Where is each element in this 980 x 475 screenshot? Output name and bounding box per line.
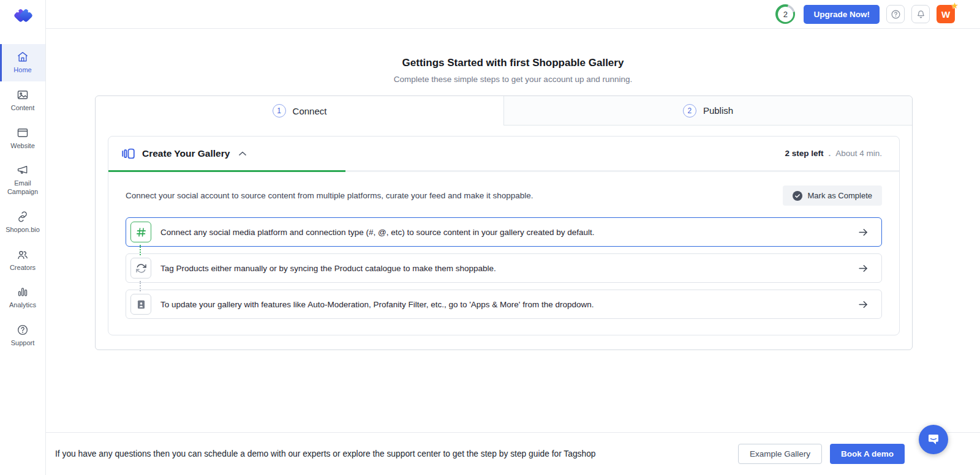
sidebar-item-creators[interactable]: Creators: [0, 242, 45, 279]
chevron-up-icon[interactable]: [236, 148, 249, 160]
topbar: 2 Upgrade Now! W ★: [46, 0, 980, 29]
step-icon-box: [130, 258, 151, 279]
step-text: Tag Products either manually or by synci…: [160, 264, 848, 273]
steps-left-text: 2 step left: [785, 149, 823, 158]
step-row-apps-and-more[interactable]: To update your gallery with features lik…: [126, 290, 882, 319]
sync-icon: [135, 263, 147, 274]
heart-tag-logo-icon: [10, 4, 36, 30]
sidebar-item-support[interactable]: Support: [0, 317, 45, 354]
sidebar-item-label: Shopon.bio: [6, 226, 40, 234]
check-circle-icon: [793, 191, 802, 201]
step-tabs: 1 Connect 2 Publish: [96, 96, 912, 125]
step-icon-box: [130, 222, 151, 242]
footer: If you have any questions then you can s…: [46, 432, 980, 475]
bar-chart-icon: [17, 286, 29, 298]
link-icon: [17, 211, 29, 223]
step-text: Connect any social media platform and co…: [160, 228, 848, 237]
card-body: Connect your social account to source co…: [108, 172, 899, 335]
step-connector-green: [140, 245, 141, 255]
browser-icon: [17, 127, 29, 139]
footer-help-text: If you have any questions then you can s…: [55, 449, 738, 458]
step-text: To update your gallery with features lik…: [160, 300, 848, 309]
book-a-demo-button[interactable]: Book A demo: [830, 444, 905, 464]
sidebar-item-label: Home: [13, 66, 31, 75]
sidebar-item-analytics[interactable]: Analytics: [0, 279, 45, 316]
home-icon: [17, 51, 29, 63]
step-row-tag-products[interactable]: Tag Products either manually or by synci…: [126, 253, 882, 283]
chat-icon: [925, 432, 941, 447]
sidebar-item-label: Analytics: [9, 301, 36, 310]
arrow-right-icon: [858, 263, 869, 274]
bell-icon: [916, 9, 926, 20]
tab-number: 2: [683, 104, 696, 118]
sidebar-item-content[interactable]: Content: [0, 82, 45, 119]
help-button[interactable]: [886, 5, 905, 23]
tab-publish[interactable]: 2 Publish: [503, 96, 912, 125]
card-description: Connect your social account to source co…: [126, 191, 533, 200]
page-subtitle: Complete these simple steps to get your …: [46, 75, 980, 84]
tab-number: 1: [273, 104, 286, 118]
notifications-button[interactable]: [911, 5, 930, 23]
steps-list: Connect any social media platform and co…: [126, 217, 882, 319]
sidebar-item-shopon-bio[interactable]: Shopon.bio: [0, 204, 45, 241]
user-avatar[interactable]: W ★: [937, 5, 955, 23]
step-icon-box: [130, 294, 151, 315]
progress-count: 2: [783, 10, 788, 19]
megaphone-icon: [17, 164, 29, 176]
create-gallery-card: Create Your Gallery 2 step left . About …: [108, 136, 900, 335]
hashtag-icon: [135, 226, 147, 238]
arrow-right-icon: [858, 299, 869, 310]
tab-label: Publish: [703, 105, 733, 116]
mark-as-complete-label: Mark as Complete: [808, 191, 872, 200]
sidebar-item-label: Email Campaign: [1, 179, 44, 196]
arrow-right-icon: [858, 226, 869, 238]
star-badge-icon: ★: [951, 1, 959, 10]
chat-widget-button[interactable]: [919, 425, 948, 454]
card-header: Create Your Gallery 2 step left . About …: [108, 137, 899, 170]
question-circle-icon: [17, 324, 29, 336]
setup-progress-ring[interactable]: 2: [775, 4, 795, 24]
main-content: Gettings Started with first Shoppable Ga…: [46, 29, 980, 432]
profile-card-icon: [135, 299, 147, 310]
sidebar-nav: Home Content Website Email Campaign: [0, 44, 45, 355]
avatar-initial: W: [941, 9, 950, 20]
dot-separator: .: [828, 149, 831, 158]
sidebar-item-label: Support: [11, 339, 35, 348]
card-title: Create Your Gallery: [142, 148, 230, 159]
sidebar: Home Content Website Email Campaign: [0, 0, 46, 475]
tab-label: Connect: [293, 106, 327, 116]
getting-started-box: 1 Connect 2 Publish Create Your Gallery: [95, 95, 913, 350]
step-row-connect-social[interactable]: Connect any social media platform and co…: [126, 217, 882, 247]
sidebar-item-label: Website: [10, 142, 35, 151]
people-icon: [17, 249, 29, 261]
mark-as-complete-button[interactable]: Mark as Complete: [783, 185, 882, 206]
time-estimate: About 4 min.: [835, 149, 882, 158]
page-title: Gettings Started with first Shoppable Ga…: [46, 29, 980, 69]
sidebar-item-email-campaign[interactable]: Email Campaign: [0, 157, 45, 203]
step-connector-gray: [140, 281, 141, 291]
tagshop-logo[interactable]: [0, 0, 46, 44]
sidebar-item-label: Content: [11, 104, 35, 113]
sidebar-item-home[interactable]: Home: [0, 44, 45, 81]
sidebar-item-label: Creators: [10, 264, 36, 272]
image-icon: [17, 89, 29, 101]
tab-connect[interactable]: 1 Connect: [96, 96, 503, 125]
help-icon: [891, 9, 901, 20]
sidebar-item-website[interactable]: Website: [0, 120, 45, 157]
example-gallery-button[interactable]: Example Gallery: [738, 444, 822, 464]
gallery-icon: [121, 146, 135, 161]
upgrade-now-button[interactable]: Upgrade Now!: [804, 5, 880, 24]
